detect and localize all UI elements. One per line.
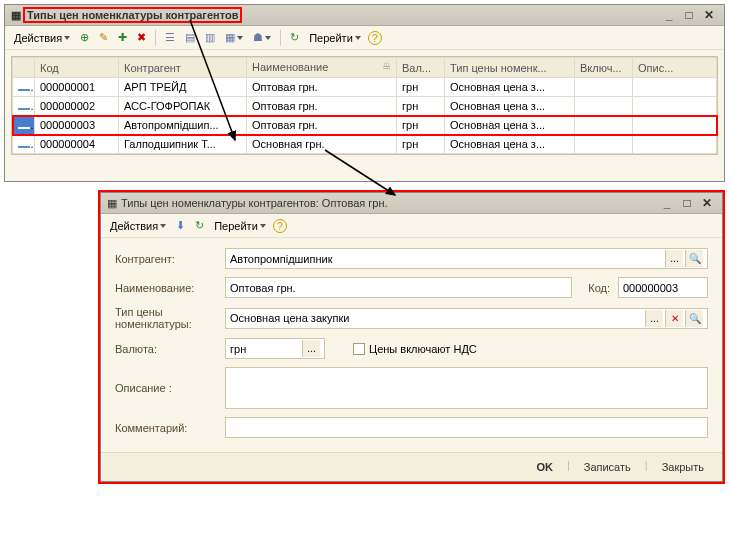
col-currency[interactable]: Вал...: [397, 58, 445, 78]
table-row[interactable]: 000000001АРП ТРЕЙДОптовая грн.грнОсновна…: [13, 78, 717, 97]
label-comment: Комментарий:: [115, 422, 225, 434]
input-currency[interactable]: грн ...: [225, 338, 325, 359]
select-button[interactable]: ...: [302, 340, 320, 357]
filter-dropdown-icon[interactable]: ▦: [222, 29, 246, 46]
input-price-type[interactable]: Основная цена закупки ... ✕ 🔍: [225, 308, 708, 329]
table-row[interactable]: 000000003Автопромпідшип...Оптовая грн.гр…: [13, 116, 717, 135]
select-button[interactable]: ...: [665, 250, 683, 267]
detail-titlebar: ▦ Типы цен номенклатуры контрагентов: Оп…: [101, 193, 722, 214]
search-icon[interactable]: 🔍: [685, 310, 703, 327]
detail-minimize-button[interactable]: _: [658, 196, 676, 210]
clear-icon[interactable]: ✕: [665, 310, 683, 327]
ok-button[interactable]: OK: [528, 459, 561, 475]
reread-icon[interactable]: ↻: [192, 217, 207, 234]
input-comment[interactable]: [225, 417, 708, 438]
detail-window: ▦ Типы цен номенклатуры контрагентов: Оп…: [100, 192, 723, 482]
detail-form: Контрагент: Автопромпідшипник ... 🔍 Наим…: [101, 238, 722, 452]
filter-list-icon[interactable]: ▤: [182, 29, 198, 46]
delete-icon[interactable]: ✖: [134, 29, 149, 46]
input-code[interactable]: 000000003: [618, 277, 708, 298]
grid-header-row: Код Контрагент Наименование ≞ Вал... Тип…: [13, 58, 717, 78]
label-code: Код:: [588, 282, 610, 294]
detail-goto-menu[interactable]: Перейти: [211, 218, 269, 234]
col-name[interactable]: Наименование ≞: [247, 58, 397, 78]
goto-menu[interactable]: Перейти: [306, 30, 364, 46]
filter-clear-icon[interactable]: ▥: [202, 29, 218, 46]
window-title: Типы цен номенклатуры контрагентов: [25, 9, 240, 21]
label-currency: Валюта:: [115, 343, 225, 355]
detail-help-icon[interactable]: ?: [273, 219, 287, 233]
grid-icon: ▦: [11, 9, 21, 22]
label-description: Описание :: [115, 382, 225, 394]
detail-toolbar: Действия ⬇ ↻ Перейти ?: [101, 214, 722, 238]
help-icon[interactable]: ?: [368, 31, 382, 45]
input-counterparty[interactable]: Автопромпідшипник ... 🔍: [225, 248, 708, 269]
save-button[interactable]: Записать: [576, 459, 639, 475]
filter-funnel-icon[interactable]: ☰: [162, 29, 178, 46]
detail-footer: OK | Записать | Закрыть: [101, 452, 722, 481]
main-toolbar: Действия ⊕ ✎ ✚ ✖ ☰ ▤ ▥ ▦ ☗ ↻ Перейти ?: [5, 26, 724, 50]
actions-menu[interactable]: Действия: [11, 30, 73, 46]
col-price-type[interactable]: Тип цены номенк...: [445, 58, 575, 78]
minimize-button[interactable]: _: [660, 8, 678, 22]
input-name[interactable]: Оптовая грн.: [225, 277, 572, 298]
maximize-button[interactable]: □: [680, 8, 698, 22]
label-price-type: Тип цены номенклатуры:: [115, 306, 225, 330]
close-button[interactable]: Закрыть: [654, 459, 712, 475]
search-icon[interactable]: 🔍: [685, 250, 703, 267]
main-window: ▦ Типы цен номенклатуры контрагентов _ □…: [4, 4, 725, 182]
label-counterparty: Контрагент:: [115, 253, 225, 265]
save-icon[interactable]: ⬇: [173, 217, 188, 234]
grid-icon: ▦: [107, 197, 117, 210]
detail-maximize-button[interactable]: □: [678, 196, 696, 210]
refresh-icon[interactable]: ↻: [287, 29, 302, 46]
col-included[interactable]: Включ...: [575, 58, 633, 78]
criteria-icon[interactable]: ☗: [250, 29, 274, 46]
add-icon[interactable]: ⊕: [77, 29, 92, 46]
col-counterparty[interactable]: Контрагент: [119, 58, 247, 78]
input-description[interactable]: [225, 367, 708, 409]
main-titlebar: ▦ Типы цен номенклатуры контрагентов _ □…: [5, 5, 724, 26]
checkbox-icon: [353, 343, 365, 355]
detail-actions-menu[interactable]: Действия: [107, 218, 169, 234]
table-row[interactable]: 000000002АСС-ГОФРОПАКОптовая грн.грнОсно…: [13, 97, 717, 116]
close-button[interactable]: ✕: [700, 8, 718, 22]
price-types-grid: Код Контрагент Наименование ≞ Вал... Тип…: [11, 56, 718, 155]
copy-icon[interactable]: ✚: [115, 29, 130, 46]
col-description[interactable]: Опис...: [633, 58, 717, 78]
col-code[interactable]: Код: [35, 58, 119, 78]
edit-icon[interactable]: ✎: [96, 29, 111, 46]
table-row[interactable]: 000000004Галподшипник Т...Основная грн.г…: [13, 135, 717, 154]
detail-title: Типы цен номенклатуры контрагентов: Опто…: [121, 197, 388, 209]
detail-close-button[interactable]: ✕: [698, 196, 716, 210]
select-button[interactable]: ...: [645, 310, 663, 327]
vat-checkbox[interactable]: Цены включают НДС: [353, 343, 477, 355]
label-name: Наименование:: [115, 282, 225, 294]
